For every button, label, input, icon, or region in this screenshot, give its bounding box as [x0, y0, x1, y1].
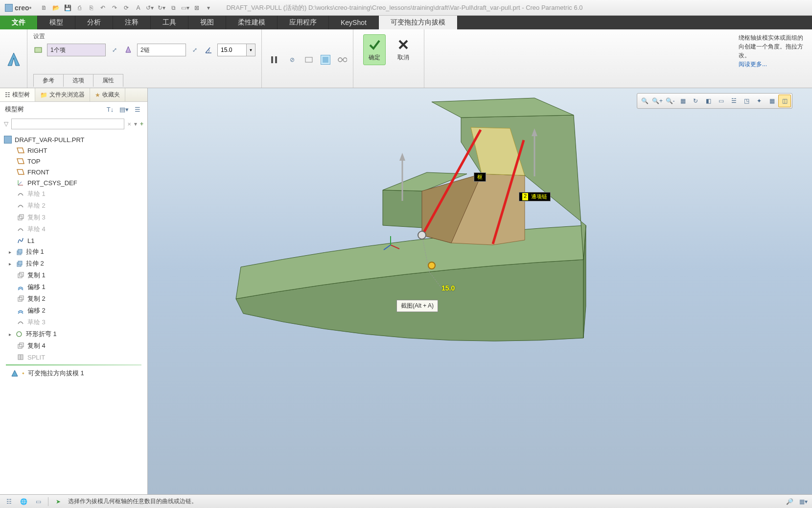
tree-item-9[interactable]: 拉伸 1 [2, 246, 145, 258]
tree-tool-1[interactable]: T↓ [105, 104, 115, 114]
new-icon[interactable]: 🗎 [39, 3, 49, 13]
save-as-icon[interactable]: ⎙ [74, 3, 84, 13]
flip-icon-2[interactable]: ⤢ [190, 45, 200, 55]
svg-point-35 [428, 262, 435, 269]
flip-icon-1[interactable]: ⤢ [110, 45, 119, 55]
panel-tabs: ☷ 模型树 📁 文件夹浏览器 ★ 收藏夹 [0, 88, 147, 102]
panel-tab-fav[interactable]: ★ 收藏夹 [90, 88, 125, 101]
tree-item-label: 草绘 4 [27, 225, 46, 234]
pause-icon[interactable] [268, 53, 280, 66]
tree-item-1[interactable]: TOP [2, 156, 145, 167]
regen-icon[interactable]: ⟳ [121, 3, 131, 13]
redo-icon[interactable]: ↷ [110, 3, 119, 13]
tree-tool-3[interactable]: ☰ [133, 104, 142, 114]
panel-tab-folder[interactable]: 📁 文件夹浏览器 [35, 88, 90, 101]
no-preview-icon[interactable]: ⊘ [287, 55, 297, 65]
hinge-collector[interactable]: 1个项 [47, 44, 106, 56]
viewport[interactable]: 🔍 🔍+ 🔍- ▦ ↻ ◧ ▭ ☱ ◳ ✦ ▦ ◫ [148, 88, 812, 494]
angle-dimension[interactable]: 15.0 [441, 284, 455, 292]
tab-analysis[interactable]: 分析 [75, 16, 113, 29]
root-label: DRAFT_VAR-PULL.PRT [15, 136, 85, 144]
tree-item-13[interactable]: 复制 2 [2, 293, 145, 305]
subtab-props[interactable]: 属性 [93, 74, 123, 87]
current-feature[interactable]: ✦ 可变拖拉方向拔模 1 [2, 367, 145, 379]
undo-dd-icon[interactable]: ↺▾ [145, 3, 155, 13]
tree-item-7[interactable]: 草绘 4 [2, 223, 145, 235]
ok-button[interactable]: 确定 [363, 34, 386, 65]
angle-dropdown[interactable]: ▼ [247, 44, 255, 56]
tree-item-17[interactable]: 复制 4 [2, 340, 145, 352]
pivot-label[interactable]: 枢 [474, 172, 486, 182]
tree-item-3[interactable]: PRT_CSYS_DEF [2, 177, 145, 188]
tab-annotate[interactable]: 注释 [113, 16, 151, 29]
tree-item-8[interactable]: L1 [2, 235, 145, 246]
tree-item-14[interactable]: 偏移 2 [2, 305, 145, 316]
close-win-icon[interactable]: ⊠ [192, 3, 202, 13]
tree-item-16[interactable]: 环形折弯 1 [2, 328, 145, 340]
tree-tool-2[interactable]: ▤▾ [119, 104, 129, 114]
chain-label[interactable]: 2 通项链 [519, 192, 551, 201]
tab-file[interactable]: 文件 [0, 16, 38, 29]
tree-item-10[interactable]: 拉伸 2 [2, 258, 145, 269]
tree-item-11[interactable]: 复制 1 [2, 269, 145, 281]
search-dd-icon[interactable]: ▾ [134, 121, 137, 127]
tree-search-input[interactable] [11, 119, 124, 129]
tree-item-15[interactable]: 草绘 3 [2, 316, 145, 328]
help-link[interactable]: 阅读更多... [739, 60, 807, 69]
tree-item-4[interactable]: 草绘 1 [2, 188, 145, 200]
tab-tools[interactable]: 工具 [151, 16, 188, 29]
cancel-button[interactable]: 取消 [393, 35, 414, 65]
tab-view[interactable]: 视图 [188, 16, 226, 29]
tree-item-18[interactable]: SPLIT [2, 352, 145, 363]
tree-item-5[interactable]: 草绘 2 [2, 200, 145, 212]
surface-collector-icon[interactable] [33, 45, 43, 55]
tab-keyshot[interactable]: KeyShot [329, 16, 379, 29]
attach-icon[interactable] [321, 55, 330, 65]
sb-tree-icon[interactable]: ☷ [4, 497, 14, 507]
folder-icon: 📁 [40, 92, 47, 98]
sb-find-icon[interactable]: 🔎 [785, 497, 794, 507]
tab-flex[interactable]: 柔性建模 [226, 16, 278, 29]
filter-icon[interactable]: ▽ [4, 121, 8, 127]
ok-label: 确定 [369, 53, 380, 62]
redo-dd-icon[interactable]: ↻▾ [157, 3, 166, 13]
glasses-icon[interactable] [337, 55, 347, 65]
window-icon[interactable]: ▭▾ [180, 3, 190, 13]
subtab-options[interactable]: 选项 [63, 74, 93, 87]
svg-rect-23 [18, 344, 22, 348]
print-icon[interactable]: ⎘ [86, 3, 96, 13]
subtab-refs[interactable]: 参考 [33, 74, 64, 87]
sb-selection-icon[interactable]: ▦▾ [798, 497, 808, 507]
tree-item-label: 草绘 1 [27, 190, 46, 198]
tree-item-label: 偏移 1 [27, 283, 46, 291]
tree-item-6[interactable]: 复制 3 [2, 212, 145, 223]
tree-item-2[interactable]: FRONT [2, 167, 145, 177]
extrude-icon [15, 248, 23, 256]
sb-window-icon[interactable]: ▭ [33, 497, 43, 507]
angle-input[interactable]: 15.0 [217, 44, 247, 56]
add-icon[interactable]: + [140, 121, 143, 127]
svg-rect-13 [18, 216, 22, 220]
tab-apps[interactable]: 应用程序 [278, 16, 329, 29]
open-icon[interactable]: 📂 [51, 3, 61, 13]
verify-icon[interactable] [304, 55, 314, 65]
tab-model[interactable]: 模型 [38, 16, 75, 29]
tab-draft[interactable]: 可变拖拉方向拔模 [379, 16, 458, 29]
tree-item-12[interactable]: 偏移 1 [2, 281, 145, 293]
more-icon[interactable]: ▾ [204, 3, 213, 13]
tree-root[interactable]: DRAFT_VAR-PULL.PRT [2, 134, 145, 145]
sb-browser-icon[interactable]: 🌐 [19, 497, 28, 507]
pull-collector[interactable]: 2链 [137, 44, 186, 56]
undo-icon[interactable]: ↶ [98, 3, 108, 13]
tree-item-0[interactable]: RIGHT [2, 145, 145, 156]
text-icon[interactable]: A [133, 3, 143, 13]
draft-icon [11, 369, 19, 377]
clear-icon[interactable]: ✕ [127, 121, 131, 127]
copy-icon[interactable]: ⧉ [168, 3, 178, 13]
model-tree[interactable]: DRAFT_VAR-PULL.PRT RIGHTTOPFRONTPRT_CSYS… [0, 131, 147, 494]
pull-dir-icon[interactable] [123, 45, 133, 55]
save-icon[interactable]: 💾 [63, 3, 72, 13]
panel-tab-modeltree[interactable]: ☷ 模型树 [0, 88, 35, 101]
tree-item-label: 拉伸 1 [26, 247, 44, 256]
tree-header: 模型树 T↓ ▤▾ ☰ [0, 102, 147, 117]
